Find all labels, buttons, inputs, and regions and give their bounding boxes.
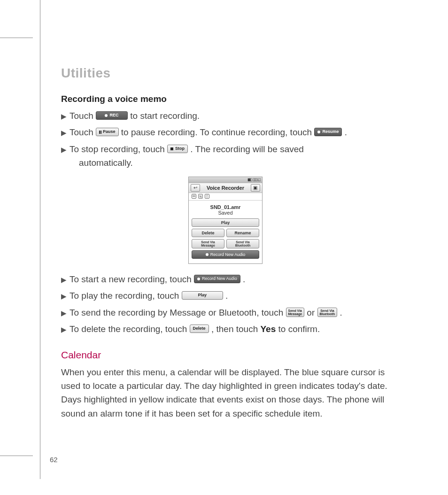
toolbar-icon: ✉ bbox=[192, 194, 196, 199]
text: to confirm. bbox=[278, 324, 320, 334]
record-new-audio-button: Record New Audio bbox=[192, 250, 259, 259]
subsection-heading: Recording a voice memo bbox=[61, 94, 390, 104]
stop-button-graphic: Stop bbox=[167, 145, 188, 153]
rec-button-graphic: REC bbox=[96, 111, 128, 120]
play-button-graphic: Play bbox=[182, 291, 223, 300]
yes-label: Yes bbox=[260, 324, 276, 334]
phone-title-bar: ↩ Voice Recorder ▣ bbox=[189, 183, 262, 193]
rename-button: Rename bbox=[226, 229, 259, 237]
text-continuation: automatically. bbox=[79, 156, 390, 170]
text: . bbox=[340, 308, 342, 317]
crop-mark-horizontal-top bbox=[0, 38, 33, 38]
list-item: ▶ Touch Pause to pause recording. To con… bbox=[61, 125, 390, 139]
toolbar-icon: N bbox=[198, 194, 203, 199]
text: , then touch bbox=[211, 324, 261, 334]
status-icons: ▮◧ ▯▯▯ ◱ bbox=[247, 178, 261, 182]
text: To stop recording, touch bbox=[70, 144, 167, 154]
resume-button-graphic: Resume bbox=[314, 128, 342, 136]
bullet-list-top: ▶ Touch REC to start recording. ▶ Touch … bbox=[61, 109, 390, 170]
list-item: ▶ To play the recording, touch Play . bbox=[61, 289, 390, 302]
list-item: ▶ To send the recording by Message or Bl… bbox=[61, 306, 390, 319]
page-content: Utilities Recording a voice memo ▶ Touch… bbox=[61, 66, 390, 420]
text: Touch bbox=[70, 127, 96, 137]
send-via-message-graphic: Send ViaMessage bbox=[286, 308, 305, 317]
text: Touch bbox=[70, 111, 96, 121]
list-item: ▶ To start a new recording, touch Record… bbox=[61, 272, 390, 286]
bullet-list-bottom: ▶ To start a new recording, touch Record… bbox=[61, 272, 390, 336]
text: To send the recording by Message or Blue… bbox=[70, 308, 286, 317]
calendar-heading: Calendar bbox=[61, 349, 390, 361]
text: . bbox=[345, 127, 347, 137]
page-number: 62 bbox=[50, 456, 58, 464]
text: to pause recording. To continue recordin… bbox=[121, 127, 315, 137]
phone-status-bar: ▮◧ ▯▯▯ ◱ bbox=[189, 177, 262, 183]
text: to start recording. bbox=[130, 111, 200, 121]
send-via-bluetooth-graphic: Send ViaBluetooth bbox=[317, 308, 338, 317]
send-via-bluetooth-button: Send ViaBluetooth bbox=[226, 239, 259, 248]
list-item: ▶ Touch REC to start recording. bbox=[61, 109, 390, 123]
record-new-audio-graphic: Record New Audio bbox=[194, 275, 240, 283]
text: . bbox=[225, 291, 228, 301]
list-item: ▶ To stop recording, touch Stop . The re… bbox=[61, 142, 390, 170]
text: or bbox=[307, 308, 317, 317]
phone-body: SND_01.amr Saved Play Delete Rename Send… bbox=[189, 201, 262, 263]
calendar-body-text: When you enter this menu, a calendar wil… bbox=[61, 365, 390, 421]
filename-label: SND_01.amr bbox=[192, 204, 259, 210]
crop-mark-vertical bbox=[40, 0, 40, 479]
bullet-icon: ▶ bbox=[61, 291, 67, 302]
play-button: Play bbox=[192, 218, 259, 227]
delete-button-graphic: Delete bbox=[190, 325, 209, 333]
crop-mark-horizontal-bottom bbox=[0, 456, 33, 456]
phone-toolbar: ✉ N ▯ bbox=[189, 193, 262, 201]
send-via-message-button: Send ViaMessage bbox=[192, 239, 224, 248]
pause-button-graphic: Pause bbox=[96, 128, 119, 136]
phone-title: Voice Recorder bbox=[207, 185, 244, 191]
bullet-icon: ▶ bbox=[61, 324, 67, 335]
text: To play the recording, touch bbox=[70, 291, 182, 301]
bullet-icon: ▶ bbox=[61, 308, 67, 318]
back-icon: ↩ bbox=[191, 184, 200, 192]
list-item: ▶ To delete the recording, touch Delete … bbox=[61, 322, 390, 336]
folder-icon: ▣ bbox=[251, 184, 260, 192]
text: . The recording will be saved bbox=[190, 144, 304, 154]
text: To delete the recording, touch bbox=[70, 324, 190, 334]
delete-button: Delete bbox=[192, 229, 224, 237]
bullet-icon: ▶ bbox=[61, 127, 67, 138]
section-heading: Utilities bbox=[61, 66, 390, 81]
text: . bbox=[243, 274, 245, 284]
bullet-icon: ▶ bbox=[61, 111, 67, 122]
toolbar-icon: ▯ bbox=[205, 194, 209, 199]
bullet-icon: ▶ bbox=[61, 274, 67, 285]
saved-label: Saved bbox=[192, 210, 259, 216]
text: To start a new recording, touch bbox=[70, 274, 194, 284]
phone-screenshot: ▮◧ ▯▯▯ ◱ ↩ Voice Recorder ▣ ✉ N ▯ SND_01… bbox=[188, 177, 263, 264]
bullet-icon: ▶ bbox=[61, 144, 67, 155]
